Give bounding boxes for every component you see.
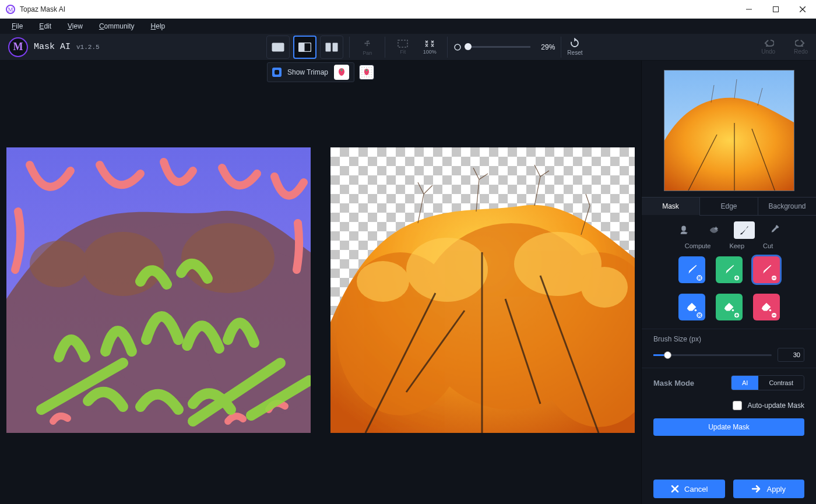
brush-compute-button[interactable] xyxy=(678,256,705,283)
mask-mode-segmented: AI Contrast xyxy=(731,375,804,390)
canvas-area: Show Trimap xyxy=(0,61,641,504)
result-canvas[interactable] xyxy=(330,147,635,433)
tab-background[interactable]: Background xyxy=(758,197,816,216)
pan-button[interactable]: Pan xyxy=(356,36,379,59)
redo-button[interactable]: Redo xyxy=(794,39,808,55)
show-trimap-label: Show Trimap xyxy=(287,68,328,76)
fill-compute-button[interactable] xyxy=(678,294,705,320)
window-close-button[interactable] xyxy=(789,0,816,19)
window-minimize-button[interactable] xyxy=(736,0,762,19)
sidebar-tabs: Mask Edge Background xyxy=(642,197,816,216)
eyedropper-tool[interactable] xyxy=(764,221,785,239)
tab-mask[interactable]: Mask xyxy=(642,197,699,216)
view-single-button[interactable] xyxy=(266,36,290,59)
svg-point-38 xyxy=(769,309,771,312)
menu-file[interactable]: File xyxy=(3,21,31,31)
brush-size-slider[interactable]: 30 xyxy=(653,348,804,362)
label-keep: Keep xyxy=(729,242,744,249)
mask-mode-contrast[interactable]: Contrast xyxy=(758,376,804,390)
svg-point-28 xyxy=(357,261,409,302)
svg-rect-6 xyxy=(272,43,284,51)
toolbar: M Mask AI v1.2.5 Pan Fit 100% xyxy=(0,34,816,61)
zoom-slider[interactable] xyxy=(453,43,530,51)
menu-view[interactable]: View xyxy=(59,21,91,31)
redo-icon xyxy=(795,39,807,47)
svg-point-34 xyxy=(694,309,697,312)
reset-icon xyxy=(569,38,581,48)
cancel-button[interactable]: Cancel xyxy=(653,480,725,498)
label-cut: Cut xyxy=(763,242,773,249)
trimap-swatch-solid[interactable] xyxy=(334,65,349,80)
fill-keep-button[interactable] xyxy=(716,294,743,320)
reset-button[interactable]: Reset xyxy=(567,38,582,56)
brush-size-value[interactable]: 30 xyxy=(778,348,804,362)
show-trimap-checkbox[interactable] xyxy=(272,68,282,77)
trimap-canvas[interactable] xyxy=(6,147,311,433)
magic-fill-tool[interactable] xyxy=(704,221,724,239)
brush-size-label: Brush Size (px) xyxy=(653,335,804,343)
window-maximize-button[interactable] xyxy=(762,0,789,19)
navigator-thumbnail[interactable] xyxy=(664,70,794,191)
undo-button[interactable]: Undo xyxy=(761,39,775,55)
ai-select-tool[interactable] xyxy=(673,221,694,239)
view-side-by-side-button[interactable] xyxy=(320,36,343,59)
sidebar-tool-row xyxy=(642,216,816,242)
menu-help[interactable]: Help xyxy=(143,21,174,31)
svg-rect-40 xyxy=(772,315,775,315)
svg-point-29 xyxy=(581,267,628,308)
fit-button[interactable]: Fit xyxy=(391,36,414,59)
svg-rect-3 xyxy=(773,6,779,12)
view-split-button[interactable] xyxy=(293,36,316,59)
menu-edit[interactable]: Edit xyxy=(31,21,59,31)
mask-mode-row: Mask Mode AI Contrast xyxy=(642,368,816,397)
brand: M Mask AI v1.2.5 xyxy=(8,37,100,57)
auto-update-checkbox[interactable] xyxy=(733,401,742,410)
auto-update-row: Auto-update Mask xyxy=(642,397,816,418)
main-area: Show Trimap xyxy=(0,61,816,504)
brush-cut-button[interactable] xyxy=(753,256,780,283)
brush-grid xyxy=(642,253,816,329)
zoom-100-button[interactable]: 100% xyxy=(418,36,441,59)
svg-point-26 xyxy=(406,238,488,302)
window-titlebar: M Topaz Mask AI xyxy=(0,0,816,19)
footer-buttons: Cancel Apply xyxy=(642,469,816,504)
svg-point-19 xyxy=(82,232,164,296)
svg-point-21 xyxy=(30,241,88,287)
svg-rect-9 xyxy=(326,43,331,51)
svg-point-12 xyxy=(455,44,460,50)
fill-cut-button[interactable] xyxy=(753,294,780,320)
mask-mode-label: Mask Mode xyxy=(653,379,694,387)
svg-point-20 xyxy=(181,223,275,293)
brush-keep-button[interactable] xyxy=(716,256,743,283)
trimap-toggle-group: Show Trimap xyxy=(267,62,354,82)
view-mode-group: Pan Fit 100% 29% Reset xyxy=(266,36,582,59)
undo-icon xyxy=(762,39,774,47)
svg-rect-10 xyxy=(333,43,338,51)
brand-logo-icon: M xyxy=(8,37,28,57)
brush-size-handle[interactable] xyxy=(664,351,671,359)
window-title: Topaz Mask AI xyxy=(20,5,736,13)
brush-mode-labels: Compute Keep Cut xyxy=(642,242,816,253)
zoom-level: 29% xyxy=(534,43,555,51)
zoom-slider-handle[interactable] xyxy=(465,43,472,50)
canvas-controls: Show Trimap xyxy=(0,61,641,82)
apply-button[interactable]: Apply xyxy=(733,480,805,498)
brush-tool[interactable] xyxy=(734,221,755,239)
svg-rect-11 xyxy=(398,40,407,47)
brand-version: v1.2.5 xyxy=(76,44,100,51)
svg-rect-33 xyxy=(772,277,775,278)
zoom-min-icon xyxy=(453,43,462,51)
app-icon: M xyxy=(6,5,15,14)
svg-rect-8 xyxy=(299,43,305,51)
menu-community[interactable]: Community xyxy=(91,21,143,31)
label-compute: Compute xyxy=(685,242,711,249)
menubar: File Edit View Community Help xyxy=(0,19,816,34)
trimap-swatch-dotted[interactable] xyxy=(359,65,374,80)
auto-update-label: Auto-update Mask xyxy=(748,401,804,410)
tab-edge[interactable]: Edge xyxy=(699,197,758,216)
svg-point-36 xyxy=(731,309,734,312)
cancel-icon xyxy=(670,484,680,494)
brand-name: Mask AI xyxy=(34,42,71,52)
update-mask-button[interactable]: Update Mask xyxy=(653,418,804,436)
mask-mode-ai[interactable]: AI xyxy=(731,376,758,390)
